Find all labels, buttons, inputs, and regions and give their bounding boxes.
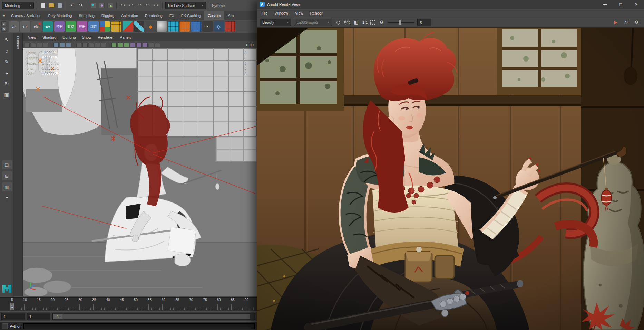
two-d-pan-icon[interactable] <box>60 43 65 47</box>
zoom-1-1-button[interactable]: 1:1 <box>362 20 368 25</box>
menu-set-dropdown[interactable]: Modeling ▾ <box>2 2 34 9</box>
shelf-item-bangding[interactable]: 绑定 <box>88 21 99 32</box>
start-ipr-icon[interactable]: ▶ <box>612 19 619 26</box>
arnold-titlebar[interactable]: A Arnold RenderView — □ × <box>257 0 644 9</box>
shelf-item-jianmo[interactable]: 建模 <box>66 21 76 32</box>
panel-menu-view[interactable]: View <box>25 33 39 41</box>
panel-menu-show[interactable]: Show <box>79 33 95 41</box>
current-frame-marker[interactable]: 1 <box>10 303 14 310</box>
shelf-gear-icon[interactable]: ⚙ <box>1 27 6 32</box>
command-language-label[interactable]: Python <box>10 324 21 328</box>
image-plane-icon[interactable] <box>53 43 59 47</box>
panel-menu-shading[interactable]: Shading <box>39 33 59 41</box>
panel-menu-renderer[interactable]: Renderer <box>95 33 117 41</box>
layout-single-pane-icon[interactable]: ▤ <box>2 160 12 169</box>
shelf-item-ft[interactable]: FT <box>20 21 30 32</box>
shelf-item-orange-grid-icon[interactable] <box>179 21 190 32</box>
shelf-item-diamond-icon[interactable]: ◆ <box>145 21 156 32</box>
range-end-cap[interactable] <box>250 314 254 319</box>
range-handle[interactable]: 1 <box>53 314 62 319</box>
shelf-item-gold-grid-icon[interactable] <box>111 21 121 32</box>
wireframe-mode-icon[interactable] <box>111 43 117 47</box>
select-camera-icon[interactable] <box>25 43 30 47</box>
shelf-tab-curves-surfaces[interactable]: Curves / Surfaces <box>8 11 45 20</box>
undo-icon[interactable]: ↶ <box>69 2 76 9</box>
shelf-tab-sculpting[interactable]: Sculpting <box>76 11 98 20</box>
lock-camera-icon[interactable] <box>31 43 36 47</box>
aov-dropdown[interactable]: Beauty ▾ <box>260 19 291 26</box>
panel-menu-panels[interactable]: Panels <box>117 33 135 41</box>
layout-split-pane-icon[interactable]: ▥ <box>2 182 12 191</box>
shelf-item-sphere-icon[interactable] <box>157 21 167 32</box>
scale-tool-icon[interactable]: ▣ <box>2 91 12 100</box>
grid-toggle-icon[interactable] <box>76 43 81 47</box>
command-line-input[interactable] <box>23 323 255 329</box>
layout-four-pane-icon[interactable]: ⊞ <box>2 171 12 180</box>
shelf-tab-custom[interactable]: Custom <box>204 11 224 20</box>
shelf-tab-fx[interactable]: FX <box>166 11 178 20</box>
curve-pencil-tool-icon[interactable]: ◠ <box>144 2 151 9</box>
select-tool-icon[interactable]: ↖ <box>2 35 12 44</box>
shelf-item-teal-red-icon[interactable] <box>123 21 133 32</box>
shelf-item-uv-tool[interactable]: UV <box>43 21 53 32</box>
shelf-item-brush-icon[interactable] <box>134 21 144 32</box>
resolution-gate-icon[interactable] <box>89 43 94 47</box>
close-button[interactable]: × <box>628 0 644 9</box>
shelf-menu-icon[interactable]: ≡ <box>0 11 8 20</box>
curve-tool-icon[interactable]: ◠ <box>119 2 126 9</box>
camera-dropdown[interactable]: ca00Shape2 ▾ <box>294 19 332 26</box>
shelf-item-cp[interactable]: CP <box>9 21 19 32</box>
shaded-mode-icon[interactable] <box>118 43 123 47</box>
save-scene-icon[interactable] <box>56 2 63 9</box>
shelf-item-polyhedron-icon[interactable]: ◇ <box>214 21 224 32</box>
viewport-canvas[interactable]: Verts:3059928 Edges:6099815 Faces:176407… <box>23 48 257 296</box>
region-render-icon[interactable] <box>370 20 375 25</box>
move-tool-icon[interactable]: + <box>2 68 12 77</box>
display-settings-gear-icon[interactable]: ⚙ <box>378 19 385 26</box>
ao-icon[interactable] <box>143 43 148 47</box>
new-scene-icon[interactable] <box>40 2 47 9</box>
snap-point-icon[interactable] <box>107 2 114 9</box>
render-target-icon[interactable]: ◎ <box>335 19 342 26</box>
snap-grid-icon[interactable] <box>90 2 97 9</box>
refresh-render-icon[interactable]: ↻ <box>623 19 630 26</box>
shelf-item-scissors-icon[interactable]: ✂ <box>202 21 213 32</box>
range-start-field[interactable]: 1 <box>1 313 25 320</box>
field-chart-icon[interactable] <box>101 43 106 47</box>
menu-view[interactable]: View <box>292 9 307 17</box>
maximize-button[interactable]: □ <box>613 0 628 9</box>
exposure-field[interactable]: 0 <box>417 19 431 26</box>
menu-file[interactable]: File <box>258 9 271 17</box>
curve-bezier-tool-icon[interactable]: ◠ <box>153 2 159 9</box>
bookmark-icon[interactable] <box>43 43 48 47</box>
shelf-item-blue-grid-icon[interactable] <box>191 21 201 32</box>
minimize-button[interactable]: — <box>597 0 613 9</box>
xray-icon[interactable] <box>155 43 160 47</box>
film-gate-icon[interactable] <box>82 43 88 47</box>
menu-render[interactable]: Render <box>307 9 326 17</box>
gate-mask-icon[interactable] <box>95 43 100 47</box>
panel-menu-lighting[interactable]: Lighting <box>59 33 79 41</box>
curve-ep-tool-icon[interactable]: ◠ <box>128 2 135 9</box>
command-language-icon[interactable] <box>2 323 8 329</box>
exposure-slider[interactable] <box>388 22 414 23</box>
open-scene-icon[interactable] <box>48 2 55 9</box>
shelf-tab-animation[interactable]: Animation <box>118 11 142 20</box>
curve-cv-tool-icon[interactable]: ◠ <box>136 2 143 9</box>
outliner-panel-collapsed[interactable]: Outliner <box>14 33 23 296</box>
grease-pencil-icon[interactable] <box>66 43 71 47</box>
shelf-item-red-grid-icon[interactable] <box>225 21 235 32</box>
shelf-item-shenqi-2[interactable]: 神器 <box>77 21 87 32</box>
lighting-all-icon[interactable] <box>130 43 135 47</box>
time-slider[interactable]: 510 1520 2530 3540 4550 5560 6570 7580 8… <box>0 297 257 311</box>
textured-mode-icon[interactable] <box>124 43 129 47</box>
rgb-channels-icon[interactable]: RGB <box>344 20 350 25</box>
exposure-slider-knob[interactable] <box>399 20 401 25</box>
shadows-icon[interactable] <box>136 43 142 47</box>
range-track[interactable]: 1 <box>52 313 255 320</box>
shelf-item-wireframe-icon[interactable] <box>168 21 178 32</box>
render-canvas[interactable] <box>257 28 644 330</box>
paint-select-tool-icon[interactable]: ✎ <box>2 57 12 66</box>
shelf-tab-rendering[interactable]: Rendering <box>142 11 166 20</box>
camera-attrs-icon[interactable] <box>37 43 42 47</box>
